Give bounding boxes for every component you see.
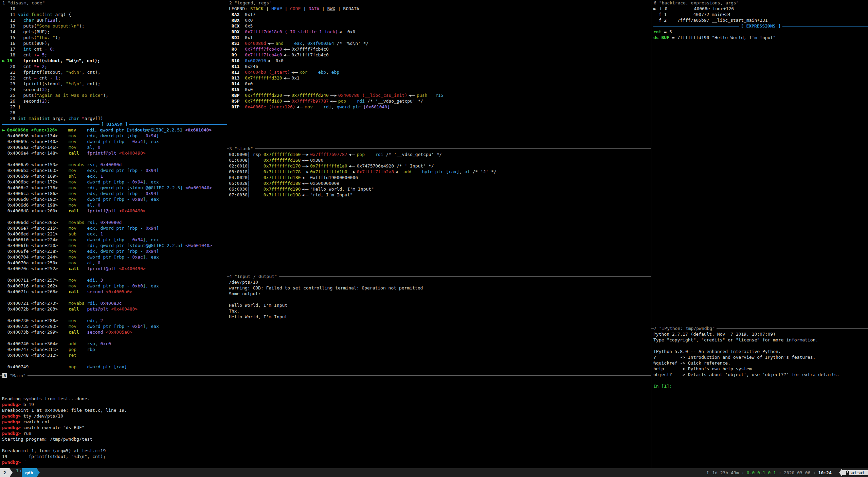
- text-segment: , cnt);: [82, 70, 101, 75]
- text-segment: ◂—: [338, 29, 347, 34]
- disasm-operands: second <0x4005a0>: [87, 289, 132, 294]
- disasm-operands: rdi, qword ptr [stdout@@GLIBC_2.2.5] <0x…: [87, 243, 212, 248]
- text-segment: 22 cnt: [2, 75, 34, 81]
- text-segment: 0: [98, 260, 101, 265]
- uptime-text: 1d 23h 49m: [712, 470, 739, 475]
- terminal-line: ds BUF = 7fffffffd190 "Hello World, I'm …: [653, 35, 868, 40]
- text-segment: ];: [55, 18, 61, 23]
- spacer: [832, 470, 839, 475]
- terminal-line: Python 2.7.17 (default, Nov 7 2019, 10:0…: [653, 331, 868, 337]
- pane-ipython[interactable]: 7 "IPython: tmp/pwndbg"Python 2.7.17 (de…: [651, 325, 868, 468]
- terminal-line: 29 int main(int argc, char *argv[]): [2, 116, 227, 121]
- text-segment: 29: [2, 116, 18, 121]
- disasm-row: 0x4006ed <func+221> sub ecx, 1: [2, 231, 227, 237]
- terminal-line: f 2 7ffff7a05b97 __libc_start_main+231: [653, 17, 868, 23]
- text-segment: 0: [50, 47, 53, 52]
- terminal-line: 07:0038│ 0x7fffffffd198 ◂— "rld, I'm Inp…: [229, 192, 651, 198]
- text-segment: 0x400747 <func+311>: [7, 347, 69, 352]
- window-index[interactable]: 1: [13, 468, 20, 477]
- text-segment: xor: [300, 70, 307, 75]
- text-segment: 00:0000│ rsp: [229, 152, 264, 157]
- terminal-line: R9 0x7ffff7fcb4c0 ◂— 0x7ffff7fcb4c0: [229, 52, 651, 58]
- disasm-row: 0x4006fe <func+238> mov edx, dword ptr […: [2, 248, 227, 254]
- terminal-line: pwndbg> run: [2, 430, 651, 436]
- text-segment: 0x7fffffffd188: [264, 181, 301, 186]
- terminal-line: R12 0x4004b0 (_start) ◂— xor ebp, ebp: [229, 69, 651, 75]
- text-segment: dword ptr [rbp -: [87, 197, 132, 202]
- text-segment: edi,: [87, 318, 100, 323]
- text-segment: ◂—: [282, 52, 292, 57]
- text-segment: ◂—: [301, 181, 310, 186]
- text-segment: [108, 306, 111, 312]
- text-segment: RIP: [229, 104, 245, 109]
- pane-backtrace-expressions-args[interactable]: 6 "backtrace, expressions, args"► f 0 40…: [651, 0, 868, 325]
- disasm-row: 0x400740 <func+304> add rsp, 0xc0: [2, 341, 227, 347]
- disasm-row: 0x4006ca <func+186> mov edx, dword ptr […: [2, 191, 227, 196]
- pane-title-main: 5 "Main": [0, 373, 651, 378]
- text-segment: ds: [653, 35, 659, 40]
- text-segment: 0x0: [245, 18, 253, 23]
- tmux-screen: 1 "disasm, code" 10 11 void func(int arg…: [0, 0, 868, 477]
- terminal-line: [653, 377, 868, 383]
- text-segment: 1: [101, 174, 103, 179]
- pane-main[interactable]: 5 "Main"Reading symbols from test...done…: [0, 373, 651, 468]
- text-segment: CODE: [290, 6, 301, 11]
- text-segment: 0x4006a9 <func+153>: [7, 162, 69, 167]
- text-segment: 13 puts(: [2, 23, 37, 29]
- terminal-line: object? -> Details about 'object', use '…: [653, 372, 868, 377]
- text-segment: "Some output:\n": [37, 23, 79, 29]
- text-segment: rdi: [375, 152, 383, 157]
- text-segment: mov: [69, 139, 87, 144]
- disasm-operands: rdi, qword ptr [stdout@@GLIBC_2.2.5] <0x…: [87, 127, 212, 132]
- terminal-line: 14 gets(BUF);: [2, 29, 227, 35]
- text-segment: /* '__vdso_getcpu' */: [383, 152, 442, 157]
- text-segment: [2, 197, 7, 202]
- terminal-line: 19 fprintf(stdout, "%d\n", cnt);: [2, 454, 651, 459]
- lock-icon: [846, 471, 849, 475]
- text-segment: [47, 47, 50, 52]
- disasm-row: 0x4006bc <func+172> mov dword ptr [rbp -…: [2, 179, 227, 185]
- disasm-row: 0x400711 <func+257> mov edi, 3: [2, 277, 227, 283]
- text-segment: 0xb0: [132, 283, 143, 288]
- terminal-line: help -> Python's own help system.: [653, 366, 868, 372]
- text-segment: 0x7ffff7ffb2a8: [357, 169, 394, 174]
- terminal-line: cnt = 5: [653, 29, 868, 35]
- text-segment: );: [79, 23, 85, 29]
- text-segment: Hello World, I'm Input: [229, 303, 287, 308]
- separator-icon: ‹: [810, 470, 818, 475]
- text-segment: 19: [7, 58, 13, 63]
- text-segment: pwndbg>: [2, 402, 23, 407]
- text-segment: /dev/pts/10: [229, 280, 258, 285]
- terminal-line: RSP 0x7fffffffd160 —▸ 0x7ffff7b97787 ◂— …: [229, 98, 651, 104]
- text-segment: fprintf@plt: [87, 266, 116, 271]
- text-segment: 0x4006b3 <func+163>: [7, 168, 69, 173]
- text-segment: ]:: [667, 384, 674, 389]
- session-badge[interactable]: 2: [0, 468, 10, 477]
- terminal-line: pwndbg>: [2, 459, 651, 465]
- terminal-line: pwndbg> cwatch cnt: [2, 419, 651, 425]
- pane-disasm-code[interactable]: 1 "disasm, code" 10 11 void func(int arg…: [0, 0, 227, 373]
- window-tab-gdb[interactable]: gdb: [22, 468, 36, 477]
- text-segment: mov: [305, 104, 312, 109]
- text-segment: ►: [653, 6, 657, 11]
- text-segment: 0x0: [347, 29, 355, 34]
- text-segment: 0x7fffffffd240: [291, 93, 329, 98]
- text-segment: 04:0020│: [229, 175, 264, 180]
- text-segment: 26 second(: [2, 99, 42, 104]
- text-segment: RWX: [327, 6, 335, 11]
- pane-stack[interactable]: 3 "stack"00:0000│ rsp 0x7fffffffd160 —▸ …: [227, 146, 651, 273]
- window-name: gdb: [25, 470, 33, 475]
- pane-legend-regs[interactable]: 2 "legend, regs"LEGEND: STACK | HEAP | C…: [227, 0, 651, 146]
- text-segment: edi,: [87, 278, 100, 283]
- text-segment: -: [50, 75, 53, 81]
- text-segment: <0x601040>: [185, 127, 212, 132]
- text-segment: BUF[: [34, 18, 47, 23]
- text-segment: 0x40071c <func+268>: [7, 289, 69, 294]
- pane-input-output[interactable]: 4 "Input / Output"/dev/pts/10warning: GD…: [227, 273, 651, 373]
- terminal-line: R8 0x7ffff7fcb4c0 ◂— 0x7ffff7fcb4c0: [229, 46, 651, 52]
- border-rule: [0, 3, 2, 3]
- text-segment: help -> Python's own help system.: [653, 366, 754, 371]
- terminal-line: [2, 358, 227, 364]
- disasm-operands: dword ptr [rbp - 0xb0], eax: [87, 283, 159, 288]
- text-segment: 0x4006d8 <func+200>: [7, 208, 69, 213]
